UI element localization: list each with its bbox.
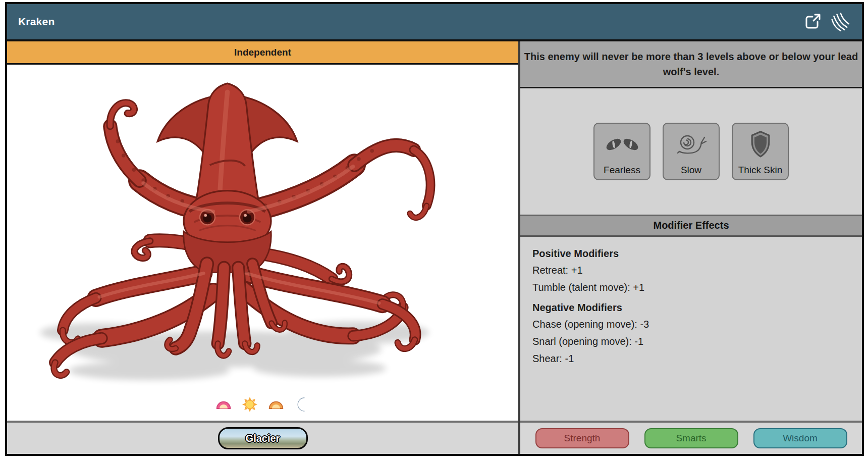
cat-eyes-icon — [594, 124, 649, 165]
trait-slow[interactable]: Slow — [663, 123, 720, 180]
enemy-panel: Independent — [7, 41, 520, 454]
modifier-line: Tumble (talent move): +1 — [532, 282, 862, 293]
location-button[interactable]: Glacier — [218, 427, 308, 449]
snail-icon — [664, 124, 719, 165]
enemy-name: Kraken — [18, 16, 55, 28]
traits-section: Fearless Slow — [520, 88, 862, 215]
open-external-icon[interactable] — [802, 12, 823, 32]
enemy-info-window: Kraken Independent — [5, 2, 864, 456]
details-panel: This enemy will never be more than 3 lev… — [520, 41, 862, 454]
sun-icon — [242, 396, 258, 413]
claw-marks-icon[interactable] — [831, 12, 851, 32]
main-area: Independent — [7, 41, 862, 454]
modifier-line: Chase (opening move): -3 — [532, 319, 862, 330]
level-note: This enemy will never be more than 3 lev… — [520, 41, 862, 88]
trait-label: Slow — [681, 165, 701, 176]
kraken-illustration — [26, 65, 500, 412]
location-footer: Glacier — [7, 421, 518, 454]
modifier-line: Snarl (opening move): -1 — [532, 336, 862, 347]
positive-modifiers-heading: Positive Modifiers — [532, 248, 862, 260]
moon-icon — [294, 396, 310, 413]
strength-button[interactable]: Strength — [535, 428, 629, 448]
modifier-effects-header: Modifier Effects — [520, 215, 862, 237]
trait-fearless[interactable]: Fearless — [593, 123, 650, 180]
negative-modifiers-heading: Negative Modifiers — [532, 302, 862, 314]
time-of-day-row — [7, 396, 518, 413]
smarts-button[interactable]: Smarts — [644, 428, 738, 448]
shield-icon — [733, 124, 788, 165]
modifier-line: Retreat: +1 — [532, 265, 862, 276]
trait-thick-skin[interactable]: Thick Skin — [732, 123, 789, 180]
sunset-icon — [268, 396, 284, 413]
wisdom-button[interactable]: Wisdom — [753, 428, 847, 448]
enemy-image-area — [7, 65, 518, 421]
trait-label: Thick Skin — [738, 165, 783, 176]
title-bar: Kraken — [7, 4, 862, 41]
modifier-effects-list: Positive Modifiers Retreat: +1 Tumble (t… — [520, 237, 862, 421]
enemy-type-banner: Independent — [7, 41, 518, 65]
modifier-line: Shear: -1 — [532, 353, 862, 365]
attributes-footer: Strength Smarts Wisdom — [520, 421, 862, 454]
trait-label: Fearless — [604, 165, 640, 176]
sunrise-icon — [215, 396, 232, 413]
